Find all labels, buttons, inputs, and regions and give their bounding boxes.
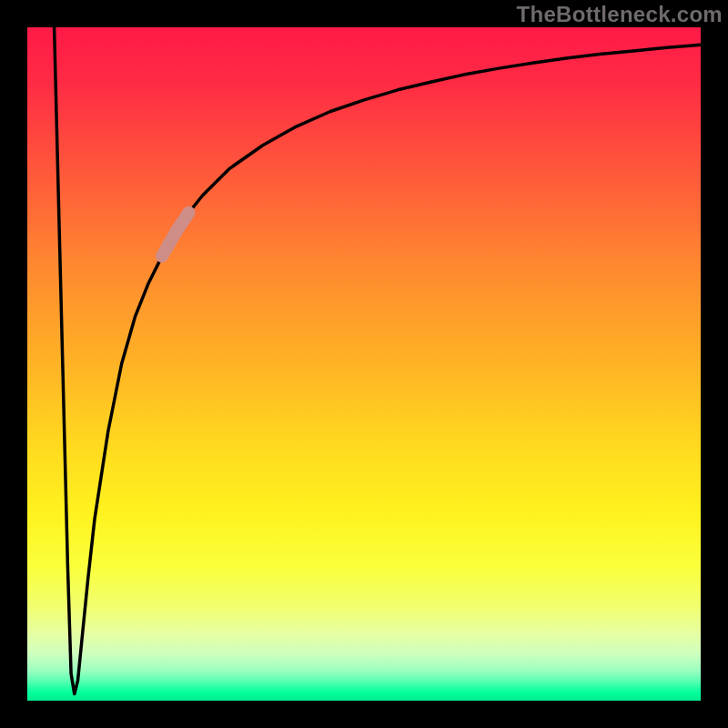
curve-svg — [27, 27, 701, 701]
curve-highlight-segment — [162, 213, 189, 257]
watermark-text: TheBottleneck.com — [517, 2, 723, 27]
chart-frame: TheBottleneck.com — [0, 0, 728, 728]
plot-area — [27, 27, 701, 701]
bottleneck-curve — [55, 27, 701, 694]
